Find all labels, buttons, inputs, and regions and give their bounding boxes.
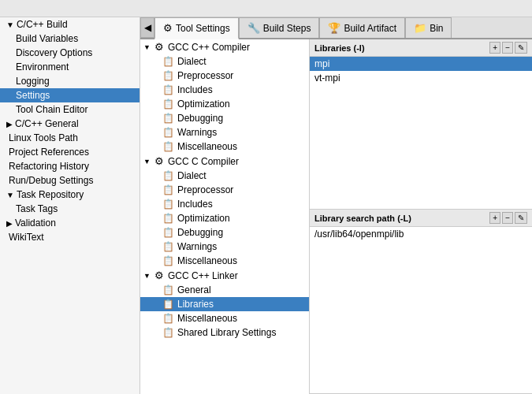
tree-item-dialect-c[interactable]: 📋Dialect <box>140 169 309 183</box>
tree-item-optimization-cpp[interactable]: 📋Optimization <box>140 97 309 111</box>
tree-label-optimization-cpp: Optimization <box>177 98 230 110</box>
sidebar-label-settings: Settings <box>16 90 50 101</box>
tab-build-artifact[interactable]: 🏆Build Artifact <box>319 17 405 38</box>
sidebar-label-wikitext: WikiText <box>9 232 44 243</box>
tree-item-includes-c[interactable]: 📋Includes <box>140 197 309 211</box>
content-area: ▼⚙GCC C++ Compiler📋Dialect📋Preprocessor📋… <box>140 39 532 394</box>
sidebar-item-cpp-build[interactable]: ▼C/C++ Build <box>0 17 140 32</box>
tree-label-warnings-c: Warnings <box>177 241 217 252</box>
tab-container: ⚙Tool Settings🔧Build Steps🏆Build Artifac… <box>154 17 452 38</box>
tree-item-preprocessor-c[interactable]: 📋Preprocessor <box>140 183 309 197</box>
tree-label-warnings-cpp: Warnings <box>177 127 217 138</box>
sidebar-label-task-tags: Task Tags <box>16 203 58 214</box>
tab-nav-back[interactable]: ◀ <box>140 17 154 38</box>
sidebar-item-linux-tools-path[interactable]: Linux Tools Path <box>0 131 140 145</box>
libraries-remove-btn[interactable]: − <box>502 42 513 54</box>
sidebar-item-settings[interactable]: Settings <box>0 88 140 102</box>
libraries-panel-title: Libraries (-l) <box>314 43 365 53</box>
build-steps-icon: 🔧 <box>247 22 260 34</box>
sidebar-label-cpp-build: C/C++ Build <box>17 19 68 30</box>
sidebar-item-wikitext[interactable]: WikiText <box>0 230 140 244</box>
sidebar-label-task-repository: Task Repository <box>17 189 84 200</box>
tree-label-dialect: Dialect <box>177 56 206 67</box>
sidebar-label-run-debug-settings: Run/Debug Settings <box>9 175 93 186</box>
libraries-panel-header: Libraries (-l) + − ✎ <box>310 39 532 57</box>
sidebar-label-logging: Logging <box>16 76 50 87</box>
tree-item-gcc-cpp-compiler[interactable]: ▼⚙GCC C++ Compiler <box>140 39 309 54</box>
sidebar-item-validation[interactable]: ▶Validation <box>0 216 140 230</box>
tool-tree: ▼⚙GCC C++ Compiler📋Dialect📋Preprocessor📋… <box>140 39 310 394</box>
search-path-item-openmpi[interactable]: /usr/lib64/openmpi/lib <box>310 227 532 241</box>
search-path-add-btn[interactable]: + <box>489 212 500 224</box>
tree-label-misc-c: Miscellaneous <box>177 255 237 266</box>
sidebar-item-task-repository[interactable]: ▼Task Repository <box>0 188 140 202</box>
expand-icon-cpp-general: ▶ <box>6 120 13 128</box>
tab-build-steps[interactable]: 🔧Build Steps <box>239 17 320 38</box>
tool-settings-icon: ⚙ <box>163 22 173 34</box>
libraries-edit-btn[interactable]: ✎ <box>515 42 527 54</box>
right-panel: Libraries (-l) + − ✎ mpivt-mpi Library s… <box>310 39 532 394</box>
sidebar-label-linux-tools-path: Linux Tools Path <box>9 132 78 143</box>
sidebar-item-task-tags[interactable]: Task Tags <box>0 202 140 216</box>
tree-expand-gcc-c-compiler: ▼ <box>143 158 153 165</box>
libraries-list: mpivt-mpi <box>310 57 532 209</box>
tab-bar: ◀ ⚙Tool Settings🔧Build Steps🏆Build Artif… <box>140 17 532 39</box>
tree-item-gcc-cpp-linker[interactable]: ▼⚙GCC C++ Linker <box>140 268 309 283</box>
library-item-mpi[interactable]: mpi <box>310 57 532 71</box>
tree-item-preprocessor[interactable]: 📋Preprocessor <box>140 69 309 83</box>
tree-icon-debugging-c: 📋 <box>162 227 174 238</box>
search-path-list: /usr/lib64/openmpi/lib <box>310 227 532 393</box>
search-path-edit-btn[interactable]: ✎ <box>515 212 527 224</box>
sidebar-item-refactoring-history[interactable]: Refactoring History <box>0 159 140 173</box>
tree-item-gcc-c-compiler[interactable]: ▼⚙GCC C Compiler <box>140 154 309 169</box>
tree-icon-gcc-c-compiler: ⚙ <box>154 155 164 167</box>
search-path-panel: Library search path (-L) + − ✎ /usr/lib6… <box>310 210 532 394</box>
tree-icon-misc-c: 📋 <box>162 255 174 266</box>
tree-label-gcc-cpp-linker: GCC C++ Linker <box>168 270 238 281</box>
sidebar-label-refactoring-history: Refactoring History <box>9 161 89 172</box>
tree-icon-optimization-c: 📋 <box>162 213 174 224</box>
tree-label-dialect-c: Dialect <box>177 170 206 181</box>
search-path-panel-actions: + − ✎ <box>489 212 527 224</box>
tree-item-misc-linker[interactable]: 📋Miscellaneous <box>140 311 309 325</box>
tree-icon-shared-library: 📋 <box>162 327 174 338</box>
tree-item-shared-library[interactable]: 📋Shared Library Settings <box>140 325 309 340</box>
sidebar-item-logging[interactable]: Logging <box>0 74 140 88</box>
tree-label-shared-library: Shared Library Settings <box>177 327 276 338</box>
sidebar-item-cpp-general[interactable]: ▶C/C++ General <box>0 117 140 131</box>
tree-item-warnings-c[interactable]: 📋Warnings <box>140 240 309 254</box>
search-path-remove-btn[interactable]: − <box>502 212 513 224</box>
tree-icon-preprocessor: 📋 <box>162 70 174 81</box>
tree-item-optimization-c[interactable]: 📋Optimization <box>140 211 309 225</box>
tree-item-includes-cpp[interactable]: 📋Includes <box>140 83 309 97</box>
sidebar-label-project-references: Project References <box>9 147 89 158</box>
tree-icon-dialect-c: 📋 <box>162 170 174 181</box>
tab-tool-settings[interactable]: ⚙Tool Settings <box>154 17 239 39</box>
tree-label-preprocessor: Preprocessor <box>177 70 233 81</box>
libraries-add-btn[interactable]: + <box>489 42 500 54</box>
sidebar-item-run-debug-settings[interactable]: Run/Debug Settings <box>0 173 140 188</box>
sidebar-item-build-variables[interactable]: Build Variables <box>0 32 140 46</box>
main-area: ▼C/C++ BuildBuild VariablesDiscovery Opt… <box>0 17 532 394</box>
tree-item-warnings-cpp[interactable]: 📋Warnings <box>140 125 309 139</box>
tree-item-debugging-c[interactable]: 📋Debugging <box>140 225 309 240</box>
tree-icon-warnings-c: 📋 <box>162 241 174 252</box>
tree-icon-warnings-cpp: 📋 <box>162 127 174 138</box>
tree-label-optimization-c: Optimization <box>177 213 230 224</box>
sidebar-item-discovery-options[interactable]: Discovery Options <box>0 46 140 60</box>
tree-item-misc-cpp[interactable]: 📋Miscellaneous <box>140 139 309 154</box>
library-item-vt-mpi[interactable]: vt-mpi <box>310 71 532 85</box>
tree-item-misc-c[interactable]: 📋Miscellaneous <box>140 254 309 268</box>
tree-item-debugging-cpp[interactable]: 📋Debugging <box>140 111 309 125</box>
sidebar-item-environment[interactable]: Environment <box>0 60 140 74</box>
sidebar-item-project-references[interactable]: Project References <box>0 145 140 159</box>
search-path-panel-header: Library search path (-L) + − ✎ <box>310 210 532 227</box>
tree-item-dialect[interactable]: 📋Dialect <box>140 54 309 69</box>
tree-label-includes-cpp: Includes <box>177 84 213 95</box>
tree-item-general-linker[interactable]: 📋General <box>140 283 309 297</box>
tab-bin[interactable]: 📁Bin <box>405 17 452 38</box>
sidebar-label-discovery-options: Discovery Options <box>16 47 92 58</box>
tree-label-misc-cpp: Miscellaneous <box>177 141 237 152</box>
tree-item-libraries-linker[interactable]: 📋Libraries <box>140 297 309 311</box>
sidebar-item-toolchain-editor[interactable]: Tool Chain Editor <box>0 102 140 117</box>
